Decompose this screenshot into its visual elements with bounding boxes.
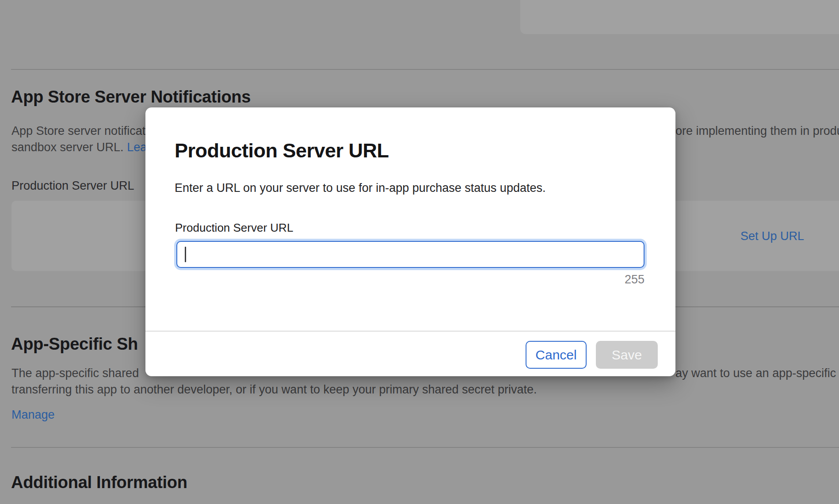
notifications-paragraph-line2: sandbox server URL. Lear [11,140,151,155]
top-right-panel [520,0,839,34]
additional-information-heading: Additional Information [11,473,187,492]
notifications-section-heading: App Store Server Notifications [11,88,251,107]
section-divider-top [11,69,839,70]
shared-secret-section-heading: App-Specific Sh [11,335,138,354]
set-up-url-link[interactable]: Set Up URL [740,229,804,243]
shared-secret-paragraph-line2: transferring this app to another develop… [11,382,537,397]
dialog-description: Enter a URL on your server to use for in… [175,181,545,195]
text-caret [185,247,186,262]
shared-secret-paragraph-line1-right: ay want to use an app-specific s [675,366,839,381]
url-input-label: Production Server URL [175,221,293,235]
production-server-url-field-label: Production Server URL [11,179,134,193]
production-server-url-input[interactable] [176,241,645,268]
notifications-paragraph-line2-text: sandbox server URL. [11,141,127,154]
save-button[interactable]: Save [596,341,658,369]
notifications-paragraph-line1-right: ore implementing them in produc [675,123,839,138]
section-divider-bottom [11,447,839,448]
notifications-paragraph-line1-left: App Store server notificat [11,123,145,138]
production-server-url-dialog: Production Server URL Enter a URL on you… [145,107,675,376]
shared-secret-paragraph-line1-left: The app-specific shared [11,366,139,381]
manage-link[interactable]: Manage [11,408,55,422]
dialog-title: Production Server URL [175,139,389,162]
character-counter: 255 [625,273,645,286]
dialog-footer-divider [145,331,675,332]
cancel-button[interactable]: Cancel [526,341,587,369]
